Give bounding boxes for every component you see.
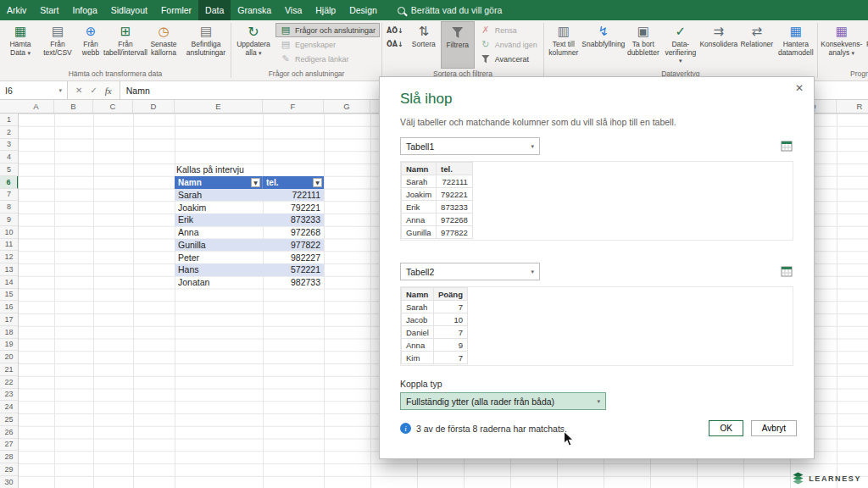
text-to-columns-button[interactable]: ▥ Text till kolumner <box>545 21 582 69</box>
table-row[interactable]: Hans 572221 <box>175 263 324 276</box>
cell-name[interactable]: Hans <box>175 263 263 276</box>
join-type-select[interactable]: Fullständig ytter (alla rader från båda)… <box>400 392 606 410</box>
row-header-7[interactable]: 7 <box>0 189 18 202</box>
cell-name[interactable]: Jonatan <box>175 276 263 289</box>
table2-picker-icon[interactable] <box>780 265 793 279</box>
name-box[interactable]: I6 ▾ <box>0 81 68 99</box>
row-header-9[interactable]: 9 <box>0 214 18 226</box>
flash-fill-button[interactable]: ↯ Snabbfyllning <box>582 21 625 69</box>
cell-name[interactable]: Gunilla <box>175 239 263 252</box>
column-header-R[interactable]: R <box>837 100 868 113</box>
row-header-19[interactable]: 19 <box>0 339 18 352</box>
row-header-8[interactable]: 8 <box>0 201 18 214</box>
row-header-24[interactable]: 24 <box>0 401 18 413</box>
consolidate-button[interactable]: ⇉ Konsolidera <box>699 21 738 69</box>
data-validation-button[interactable]: ✓ Data- verifiering ▾ <box>662 21 699 69</box>
row-header-10[interactable]: 10 <box>0 226 18 239</box>
cell-tel[interactable]: 792221 <box>263 201 324 214</box>
dialog-close-icon[interactable]: ✕ <box>795 82 804 94</box>
ribbon-tab[interactable]: Hjälp <box>309 0 342 20</box>
filter-dropdown-icon[interactable]: ▼ <box>251 178 260 187</box>
queries-connections-button[interactable]: ▤ Frågor och anslutningar <box>275 23 380 37</box>
relationships-button[interactable]: ⇄ Relationer <box>738 21 776 69</box>
ribbon-tab[interactable]: Visa <box>278 0 309 20</box>
sort-ascending-button[interactable]: ÅÖ↓ <box>385 25 405 36</box>
row-header-1[interactable]: 1 <box>0 114 18 126</box>
cell-name[interactable]: Peter <box>175 251 263 263</box>
table-row[interactable]: Erik 873233 <box>175 214 324 226</box>
row-header-4[interactable]: 4 <box>0 151 18 164</box>
cell-name[interactable]: Anna <box>175 226 263 239</box>
sort-descending-button[interactable]: ÖÅ↓ <box>385 38 405 50</box>
table1-select[interactable]: Tabell1 ▾ <box>400 137 540 155</box>
row-header-11[interactable]: 11 <box>0 239 18 252</box>
row-header-22[interactable]: 22 <box>0 376 18 389</box>
row-header-5[interactable]: 5 <box>0 164 18 176</box>
from-table-button[interactable]: ⊞ Från tabell/intervall <box>106 21 145 69</box>
ribbon-tab[interactable]: Sidlayout <box>104 0 154 20</box>
cancel-entry-icon[interactable]: ✕ <box>75 86 82 95</box>
row-header-12[interactable]: 12 <box>0 251 18 263</box>
table2-select[interactable]: Tabell2 ▾ <box>400 263 540 280</box>
row-header-2[interactable]: 2 <box>0 126 18 139</box>
column-header-A[interactable]: A <box>19 100 54 113</box>
filter-dropdown-icon[interactable]: ▼ <box>313 178 322 187</box>
row-header-28[interactable]: 28 <box>0 451 18 463</box>
column-header-C[interactable]: C <box>93 100 133 113</box>
remove-duplicates-button[interactable]: ▣ Ta bort dubbletter <box>625 21 662 69</box>
ribbon-tab[interactable]: Formler <box>154 0 198 20</box>
column-header-E[interactable]: E <box>175 100 263 113</box>
row-header-29[interactable]: 29 <box>0 463 18 476</box>
table1-picker-icon[interactable] <box>780 140 793 153</box>
ribbon-tab[interactable]: Data <box>198 0 231 20</box>
cell-tel[interactable]: 972268 <box>263 226 324 239</box>
ribbon-tab[interactable]: Start <box>33 0 65 20</box>
ok-button[interactable]: OK <box>709 420 743 436</box>
row-header-3[interactable]: 3 <box>0 139 18 152</box>
table-row[interactable]: Anna 972268 <box>175 226 324 239</box>
row-header-16[interactable]: 16 <box>0 301 18 313</box>
row-header-23[interactable]: 23 <box>0 389 18 402</box>
header-cell-tel[interactable]: tel. ▼ <box>263 176 324 189</box>
refresh-all-button[interactable]: ↻ Uppdatera alla ▾ <box>232 21 275 69</box>
from-text-csv-button[interactable]: ▤ Från text/CSV <box>40 21 75 69</box>
row-header-25[interactable]: 25 <box>0 413 18 426</box>
table-row[interactable]: Jonatan 982733 <box>175 276 324 289</box>
cell-tel[interactable]: 572221 <box>263 263 324 276</box>
from-web-button[interactable]: ⊕ Från webb <box>75 21 106 69</box>
advanced-filter-button[interactable]: Avancerat <box>476 52 542 66</box>
cell-tel[interactable]: 977822 <box>263 239 324 252</box>
row-header-14[interactable]: 14 <box>0 276 18 289</box>
filter-button[interactable]: Filtrera <box>441 21 475 69</box>
column-header-D[interactable]: D <box>133 100 175 113</box>
cell-tel[interactable]: 722111 <box>263 189 324 202</box>
what-if-analysis-button[interactable]: ▦ Konsekvens- analys ▾ <box>819 21 865 69</box>
column-header-G[interactable]: G <box>324 100 370 113</box>
ribbon-tab[interactable]: Granska <box>231 0 278 20</box>
sort-button[interactable]: ⇅ Sortera <box>407 21 441 69</box>
row-header-21[interactable]: 21 <box>0 363 18 376</box>
row-header-20[interactable]: 20 <box>0 351 18 363</box>
forecast-sheet-button[interactable]: ↗ Prognosblad <box>865 21 868 69</box>
cancel-button[interactable]: Avbryt <box>751 420 797 436</box>
row-header-26[interactable]: 26 <box>0 426 18 439</box>
cell-tel[interactable]: 982733 <box>263 276 324 289</box>
confirm-entry-icon[interactable]: ✓ <box>90 86 97 95</box>
cell-tel[interactable]: 873233 <box>263 214 324 226</box>
ribbon-tab[interactable]: Infoga <box>66 0 104 20</box>
row-header-30[interactable]: 30 <box>0 476 18 488</box>
manage-data-model-button[interactable]: ▦ Hantera datamodell <box>776 21 816 69</box>
column-header-B[interactable]: B <box>54 100 93 113</box>
cell-e5-title[interactable]: Kallas på intervju <box>176 164 244 176</box>
get-data-button[interactable]: ▦ Hämta Data ▾ <box>1 21 40 69</box>
cell-name[interactable]: Sarah <box>175 189 263 202</box>
table-row[interactable]: Joakim 792221 <box>175 201 324 214</box>
ribbon-tab[interactable]: Design <box>342 0 384 20</box>
row-header-6[interactable]: 6 <box>0 176 19 189</box>
cell-name[interactable]: Joakim <box>175 201 263 214</box>
column-header-F[interactable]: F <box>263 100 324 113</box>
existing-connections-button[interactable]: ▤ Befintliga anslutningar <box>182 21 230 69</box>
row-header-18[interactable]: 18 <box>0 326 18 339</box>
table-row[interactable]: Gunilla 977822 <box>175 239 324 252</box>
row-header-15[interactable]: 15 <box>0 289 18 302</box>
